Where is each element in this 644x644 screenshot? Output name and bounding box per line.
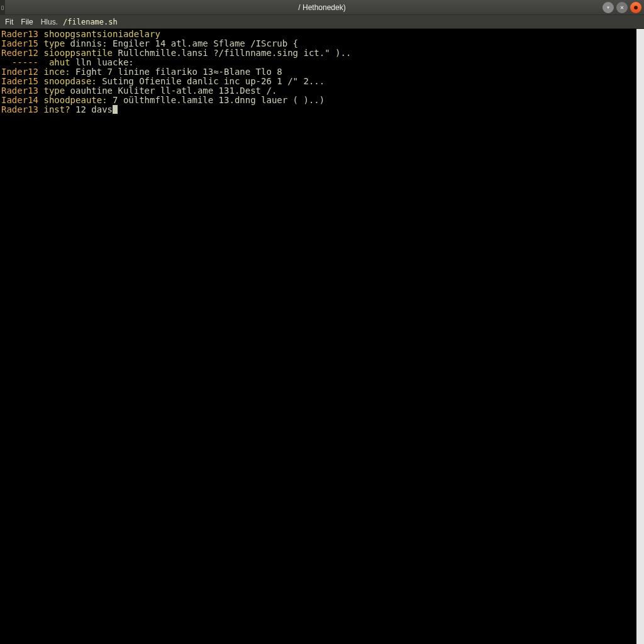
prompt-label: Iader14 — [1, 95, 38, 105]
prompt-label: ----- — [1, 57, 43, 67]
keyword-span: type — [43, 38, 65, 48]
prompt-label: Rader13 — [1, 29, 38, 39]
keyword-span: snoopdase: — [43, 76, 96, 86]
keyword-span: inst? — [43, 104, 70, 114]
line-rest: dinnis: Engiler 14 atl.ame Sflame /IScru… — [65, 38, 298, 48]
keyword-span: ahut — [49, 57, 70, 67]
menubar: Fit File Hlus. /filename.sh — [0, 15, 644, 29]
scrollbar-thumb[interactable] — [636, 29, 644, 644]
keyword-span: shoodpeaute: — [43, 95, 107, 105]
terminal-line: Rader13 type oauhtine Kuliter ll-atl.ame… — [1, 86, 643, 96]
minimize-button[interactable]: ▾ — [602, 2, 614, 13]
keyword-span: shoopgsantsioniadelary — [43, 29, 160, 39]
terminal-line: Inder12 ince: Fight 7 linine filariko 13… — [1, 67, 643, 77]
line-rest: oauhtine Kuliter ll-atl.ame 131.Dest /. — [65, 86, 277, 96]
menu-fit[interactable]: Fit — [3, 16, 16, 28]
prompt-label: Iader15 — [1, 38, 38, 48]
terminal-line: Reder12 siooppsantile Rullchmille.lansi … — [1, 48, 643, 58]
keyword-span: siooppsantile — [43, 48, 113, 58]
terminal-viewport[interactable]: Rader13 shoopgsantsioniadelaryIader15 ty… — [0, 29, 644, 644]
line-rest: 7 oülthmflle.lamile 13.dnng lauer ( )..) — [108, 95, 325, 105]
prompt-label: Rader13 — [1, 86, 38, 96]
prompt-label: Inder12 — [1, 67, 38, 77]
left-ornament: ▯ — [0, 0, 5, 15]
terminal-line: ----- ahut lln luacke: — [1, 58, 643, 67]
window-controls: ▾ ✕ ● — [602, 2, 644, 13]
line-rest: Fight 7 linine filariko 13≈-Blane Tlo 8 — [70, 67, 282, 77]
terminal-line: Iader15 type dinnis: Engiler 14 atl.ame … — [1, 39, 643, 48]
keyword-span: ince: — [43, 67, 70, 77]
line-rest: 12 davs — [70, 104, 113, 114]
prompt-label: Reder12 — [1, 48, 38, 58]
prompt-label: Iader15 — [1, 76, 38, 86]
menu-path: /filename.sh — [63, 18, 118, 26]
line-rest: Rullchmille.lansi ?/fillnname.sing ict."… — [113, 48, 351, 58]
terminal-line: Iader14 shoodpeaute: 7 oülthmflle.lamile… — [1, 96, 643, 105]
window-title: / Hethonedek) — [298, 3, 345, 12]
menu-hlus[interactable]: Hlus. — [38, 16, 60, 28]
window-titlebar: ▯ / Hethonedek) ▾ ✕ ● — [0, 0, 644, 15]
text-cursor — [113, 105, 118, 114]
terminal-line: Iader15 snoopdase: Suting Ofienile danli… — [1, 77, 643, 86]
scrollbar-track[interactable] — [636, 29, 644, 644]
line-rest: Suting Ofienile danlic inc up-26 1 /" 2.… — [97, 76, 325, 86]
maximize-close-button[interactable]: ✕ — [616, 2, 628, 13]
terminal-line: Rader13 shoopgsantsioniadelary — [1, 30, 643, 39]
close-button[interactable]: ● — [630, 2, 641, 13]
line-rest: lln luacke: — [70, 57, 134, 67]
menu-file[interactable]: File — [18, 16, 35, 28]
terminal-line: Rader13 inst? 12 davs — [1, 105, 643, 114]
prompt-label: Rader13 — [1, 104, 38, 114]
keyword-span: type — [43, 86, 65, 96]
